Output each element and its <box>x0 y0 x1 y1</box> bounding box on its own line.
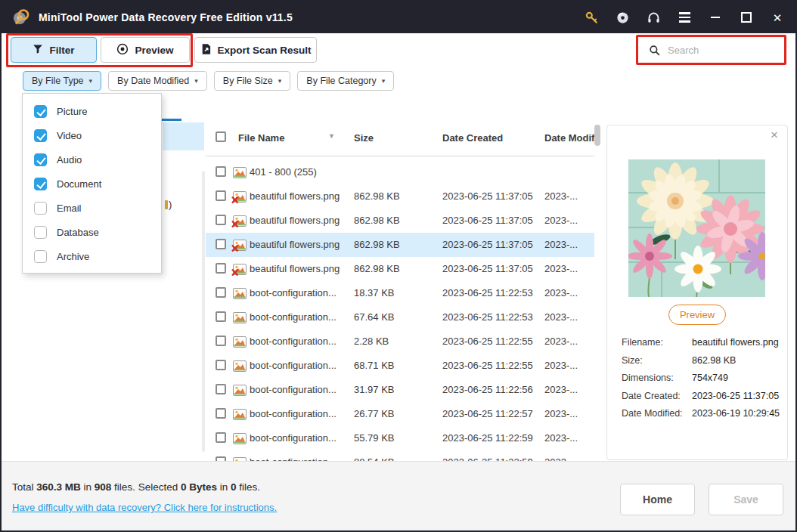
row-checkbox[interactable] <box>216 190 226 201</box>
help-link[interactable]: Have difficulty with data recovery? Clic… <box>12 502 277 513</box>
app-window: MiniTool Power Data Recovery Free Editio… <box>0 0 797 532</box>
file-type-option-email[interactable]: Email <box>23 196 161 220</box>
picture-file-icon <box>233 288 247 299</box>
left-panel-scrollbar[interactable] <box>202 171 205 452</box>
detail-row: Size: 862.98 KB <box>622 355 786 366</box>
maximize-icon[interactable] <box>739 10 754 25</box>
file-details: Filename: beautiful flowers.png Size: 86… <box>622 337 786 426</box>
row-checkbox[interactable] <box>216 263 226 274</box>
menu-icon[interactable] <box>677 10 692 25</box>
file-row[interactable]: boot-configuration... 26.77 KB 2023-06-2… <box>206 402 594 426</box>
picture-file-icon <box>233 336 247 348</box>
filter-tab-by-file-category[interactable]: By File Category ▾ <box>297 71 394 91</box>
option-checkbox[interactable] <box>34 226 47 239</box>
file-type-option-video[interactable]: Video <box>23 123 161 147</box>
option-checkbox[interactable] <box>34 105 47 118</box>
row-checkbox[interactable] <box>216 239 226 249</box>
picture-file-icon <box>233 409 247 420</box>
row-checkbox[interactable] <box>216 166 226 177</box>
save-button[interactable]: Save <box>709 484 783 515</box>
picture-file-icon <box>233 215 247 227</box>
file-row[interactable]: beautiful flowers.png 862.98 KB 2023-06-… <box>206 233 594 257</box>
column-header-date-created[interactable]: Date Created <box>442 132 503 144</box>
picture-file-icon <box>233 264 247 275</box>
filter-tab-by-file-type[interactable]: By File Type ▾ <box>23 71 101 91</box>
sort-descending-icon[interactable]: ▼ <box>328 132 335 140</box>
row-checkbox[interactable] <box>216 384 226 394</box>
key-icon[interactable] <box>584 10 599 25</box>
file-row[interactable]: beautiful flowers.png 862.98 KB 2023-06-… <box>206 257 594 281</box>
row-checkbox[interactable] <box>216 432 226 443</box>
preview-button[interactable]: Preview <box>101 37 190 63</box>
option-checkbox[interactable] <box>34 129 47 142</box>
chevron-down-icon: ▾ <box>382 77 386 85</box>
file-row[interactable]: 401 - 800 (255) <box>206 160 594 184</box>
preview-close-icon[interactable]: × <box>771 128 778 141</box>
file-row[interactable]: boot-configuration... 2.28 KB 2023-06-25… <box>206 329 594 354</box>
headset-icon[interactable] <box>646 10 661 25</box>
chevron-down-icon: ▾ <box>89 77 93 85</box>
export-scan-result-button[interactable]: Export Scan Result <box>194 37 317 63</box>
file-type-dropdown: Picture Video Audio Document Email Datab… <box>22 93 162 274</box>
picture-file-icon <box>233 312 247 323</box>
detail-row: Date Created: 2023-06-25 11:37:05 <box>622 391 786 401</box>
status-bar: Total 360.3 MB in 908 files. Selected 0 … <box>2 461 795 531</box>
file-type-option-database[interactable]: Database <box>23 220 161 244</box>
file-type-option-audio[interactable]: Audio <box>23 147 161 172</box>
file-type-option-archive[interactable]: Archive <box>23 244 161 268</box>
file-row[interactable]: boot-configuration... 88.54 KB 2023-06-2… <box>206 450 594 461</box>
preview-image-flowers <box>628 159 765 297</box>
picture-file-icon <box>233 433 247 444</box>
totals-text: Total 360.3 MB in 908 files. Selected 0 … <box>12 481 260 493</box>
filter-bar: By File Type ▾ By Date Modified ▾ By Fil… <box>2 68 795 94</box>
column-header-file-name[interactable]: File Name <box>238 132 284 144</box>
file-row[interactable]: boot-configuration... 68.71 KB 2023-06-2… <box>206 354 594 378</box>
titlebar: MiniTool Power Data Recovery Free Editio… <box>2 2 795 33</box>
option-checkbox[interactable] <box>34 178 47 190</box>
filter-tab-by-date-modified[interactable]: By Date Modified ▾ <box>108 71 207 91</box>
picture-file-icon <box>233 240 247 251</box>
row-checkbox[interactable] <box>216 311 226 322</box>
preview-button-label: Preview <box>135 45 173 56</box>
row-checkbox[interactable] <box>216 287 226 298</box>
file-list: File Name ▼ Size Date Created Date Modif… <box>206 94 594 461</box>
detail-row: Filename: beautiful flowers.png <box>622 337 786 348</box>
row-checkbox[interactable] <box>216 360 226 370</box>
file-row[interactable]: boot-configuration... 55.79 KB 2023-06-2… <box>206 426 594 450</box>
file-type-option-picture[interactable]: Picture <box>23 99 161 123</box>
filter-tab-by-file-size[interactable]: By File Size ▾ <box>214 71 291 91</box>
header-divider <box>206 156 594 156</box>
file-row[interactable]: beautiful flowers.png 862.98 KB 2023-06-… <box>206 184 594 209</box>
file-row[interactable]: boot-configuration... 67.64 KB 2023-06-2… <box>206 305 594 329</box>
file-row[interactable]: beautiful flowers.png 862.98 KB 2023-06-… <box>206 209 594 233</box>
picture-file-icon <box>233 191 247 203</box>
minimize-icon[interactable] <box>708 10 723 25</box>
file-type-option-document[interactable]: Document <box>23 172 161 196</box>
search-input[interactable] <box>666 44 775 57</box>
column-header-date-modified[interactable]: Date Modif <box>544 132 594 144</box>
row-checkbox[interactable] <box>216 215 226 225</box>
select-all-checkbox[interactable] <box>216 131 226 142</box>
left-panel-selected-item-highlight <box>163 122 204 150</box>
eye-icon <box>116 43 129 57</box>
chevron-down-icon: ▾ <box>278 77 282 85</box>
file-row[interactable]: boot-configuration... 18.37 KB 2023-06-2… <box>206 281 594 305</box>
picture-file-icon <box>233 167 247 178</box>
home-button[interactable]: Home <box>620 484 695 515</box>
filter-button[interactable]: Filter <box>11 37 97 63</box>
row-checkbox[interactable] <box>216 408 226 419</box>
column-header-size[interactable]: Size <box>354 132 374 144</box>
file-list-scrollbar-thumb[interactable] <box>594 125 600 146</box>
filter-funnel-icon <box>33 44 43 57</box>
option-checkbox[interactable] <box>34 202 47 215</box>
disc-icon[interactable] <box>615 10 630 25</box>
folder-icon <box>165 200 168 209</box>
file-row[interactable]: boot-configuration... 31.97 KB 2023-06-2… <box>206 378 594 402</box>
detail-row: Dimensions: 754x749 <box>622 373 786 383</box>
option-checkbox[interactable] <box>34 153 47 166</box>
option-checkbox[interactable] <box>34 250 47 263</box>
row-checkbox[interactable] <box>216 336 226 346</box>
preview-pill-button[interactable]: Preview <box>668 305 726 325</box>
close-icon[interactable]: ✕ <box>770 10 785 25</box>
chevron-down-icon: ▾ <box>194 77 198 85</box>
